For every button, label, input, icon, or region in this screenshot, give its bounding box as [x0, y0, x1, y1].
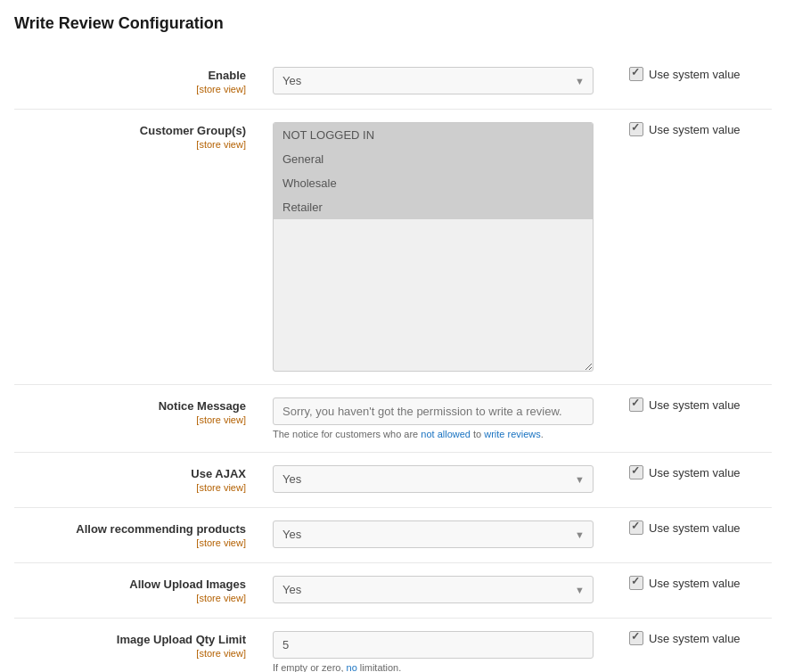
store-view-label-use_ajax: [store view] — [14, 482, 246, 493]
config-row: Allow Upload Images [store view] YesNo ▼… — [14, 563, 772, 619]
system-value-wrapper-use_ajax[interactable]: Use system value — [629, 465, 763, 479]
field-label-customer_groups: Customer Group(s) — [14, 124, 246, 137]
store-view-label-customer_groups: [store view] — [14, 139, 246, 150]
select-allow_recommending[interactable]: YesNo — [273, 520, 594, 548]
select-wrapper-enable[interactable]: YesNo ▼ — [273, 67, 594, 94]
store-view-label-allow_upload_images: [store view] — [14, 593, 246, 603]
field-label-enable: Enable — [14, 69, 246, 82]
system-value-wrapper-notice_message[interactable]: Use system value — [629, 397, 763, 412]
system-value-checkbox-use_ajax[interactable] — [629, 465, 643, 479]
system-value-label-customer_groups: Use system value — [649, 123, 741, 136]
select-wrapper-allow_upload_images[interactable]: YesNo ▼ — [273, 576, 594, 603]
multiselect-customer_groups[interactable]: NOT LOGGED INGeneralWholesaleRetailer — [273, 122, 594, 372]
config-row: Image Upload Qty Limit [store view] If e… — [14, 619, 772, 673]
system-value-wrapper-customer_groups[interactable]: Use system value — [629, 122, 763, 136]
field-label-allow_recommending: Allow recommending products — [14, 522, 246, 536]
field-label-image_upload_qty: Image Upload Qty Limit — [14, 633, 246, 646]
system-value-label-enable: Use system value — [649, 68, 741, 81]
hint-text-notice_message: The notice for customers who are not all… — [273, 429, 611, 439]
field-label-use_ajax: Use AJAX — [14, 467, 246, 480]
system-value-wrapper-enable[interactable]: Use system value — [629, 67, 763, 81]
select-allow_upload_images[interactable]: YesNo — [273, 576, 594, 603]
system-value-checkbox-notice_message[interactable] — [629, 397, 643, 412]
select-use_ajax[interactable]: YesNo — [273, 465, 594, 493]
system-value-checkbox-image_upload_qty[interactable] — [629, 631, 643, 645]
number-input-image_upload_qty[interactable] — [273, 631, 594, 659]
config-row: Customer Group(s) [store view] NOT LOGGE… — [14, 110, 772, 385]
select-wrapper-use_ajax[interactable]: YesNo ▼ — [273, 465, 594, 493]
system-value-label-image_upload_qty: Use system value — [649, 632, 741, 645]
store-view-label-enable: [store view] — [14, 84, 246, 94]
system-value-checkbox-allow_recommending[interactable] — [629, 520, 643, 535]
system-value-label-allow_recommending: Use system value — [649, 521, 741, 535]
store-view-label-allow_recommending: [store view] — [14, 537, 246, 548]
hint-text-image_upload_qty: If empty or zero, no limitation. — [273, 662, 611, 672]
system-value-label-notice_message: Use system value — [649, 398, 741, 412]
text-input-notice_message[interactable] — [273, 397, 594, 425]
select-enable[interactable]: YesNo — [273, 67, 594, 94]
store-view-label-image_upload_qty: [store view] — [14, 648, 246, 659]
system-value-checkbox-enable[interactable] — [629, 67, 643, 81]
config-table: Enable [store view] YesNo ▼ Use system v… — [14, 54, 772, 672]
system-value-wrapper-allow_upload_images[interactable]: Use system value — [629, 576, 763, 590]
system-value-label-use_ajax: Use system value — [649, 466, 741, 479]
system-value-wrapper-allow_recommending[interactable]: Use system value — [629, 520, 763, 535]
config-row: Allow recommending products [store view]… — [14, 508, 772, 563]
system-value-checkbox-allow_upload_images[interactable] — [629, 576, 643, 590]
config-row: Notice Message [store view] The notice f… — [14, 385, 772, 453]
system-value-label-allow_upload_images: Use system value — [649, 577, 741, 590]
field-label-notice_message: Notice Message — [14, 399, 246, 413]
system-value-checkbox-customer_groups[interactable] — [629, 122, 643, 136]
store-view-label-notice_message: [store view] — [14, 414, 246, 425]
select-wrapper-allow_recommending[interactable]: YesNo ▼ — [273, 520, 594, 548]
page-title: Write Review Configuration — [14, 14, 772, 33]
config-row: Use AJAX [store view] YesNo ▼ Use system… — [14, 453, 772, 508]
config-row: Enable [store view] YesNo ▼ Use system v… — [14, 54, 772, 110]
field-label-allow_upload_images: Allow Upload Images — [14, 578, 246, 591]
system-value-wrapper-image_upload_qty[interactable]: Use system value — [629, 631, 763, 645]
